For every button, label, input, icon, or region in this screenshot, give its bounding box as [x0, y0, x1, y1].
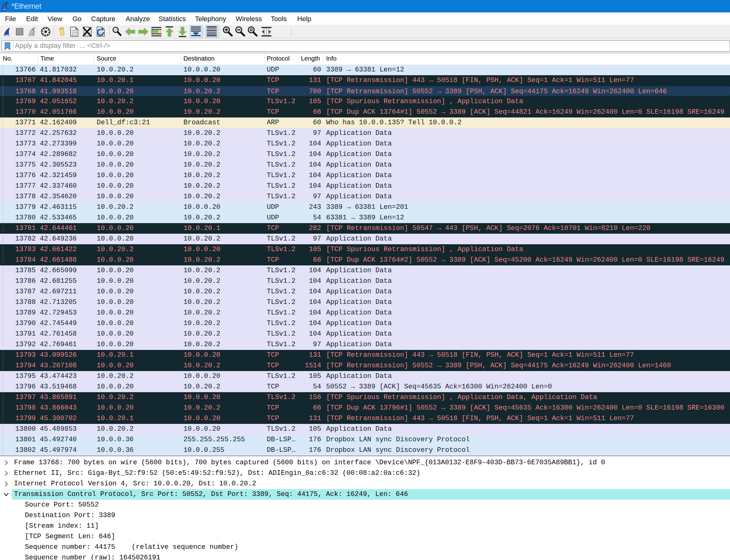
- svg-text:0111: 0111: [71, 34, 77, 36]
